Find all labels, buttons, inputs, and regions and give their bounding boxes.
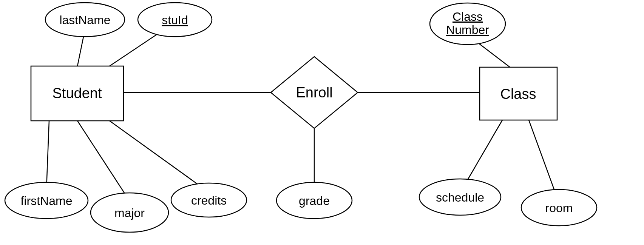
relationship-enroll: Enroll xyxy=(271,57,358,128)
attribute-stuid-label: stuId xyxy=(162,13,188,27)
attribute-grade: grade xyxy=(276,182,352,219)
attribute-major: major xyxy=(91,193,168,232)
entity-student: Student xyxy=(31,66,124,121)
line-student-major xyxy=(77,121,127,196)
attribute-room: room xyxy=(521,190,597,226)
line-student-firstname xyxy=(46,121,49,189)
attribute-firstname-label: firstName xyxy=(21,194,73,208)
line-class-room xyxy=(529,120,555,193)
attribute-firstname: firstName xyxy=(5,182,88,219)
attribute-room-label: room xyxy=(545,201,573,215)
relationship-enroll-label: Enroll xyxy=(296,85,332,100)
line-class-schedule xyxy=(465,120,502,185)
attribute-schedule-label: schedule xyxy=(436,191,484,204)
attribute-grade-label: grade xyxy=(299,194,330,208)
attribute-classnumber-label-line2: Number xyxy=(446,23,489,37)
entity-student-label: Student xyxy=(53,85,102,101)
attribute-lastname: lastName xyxy=(45,3,125,37)
attribute-classnumber: Class Number xyxy=(430,3,505,45)
attribute-classnumber-label-line1: Class xyxy=(452,10,483,23)
line-student-stuid xyxy=(110,29,164,66)
attribute-credits-label: credits xyxy=(191,194,227,207)
entity-class: Class xyxy=(480,67,557,120)
er-diagram: Student Class Enroll lastName stuId firs… xyxy=(0,0,644,245)
attribute-schedule: schedule xyxy=(419,179,501,215)
attribute-major-label: major xyxy=(114,206,145,220)
attribute-stuid: stuId xyxy=(138,3,212,37)
attribute-credits: credits xyxy=(171,183,247,217)
attribute-lastname-label: lastName xyxy=(59,13,110,27)
entity-class-label: Class xyxy=(500,86,536,102)
line-student-credits xyxy=(110,121,204,189)
